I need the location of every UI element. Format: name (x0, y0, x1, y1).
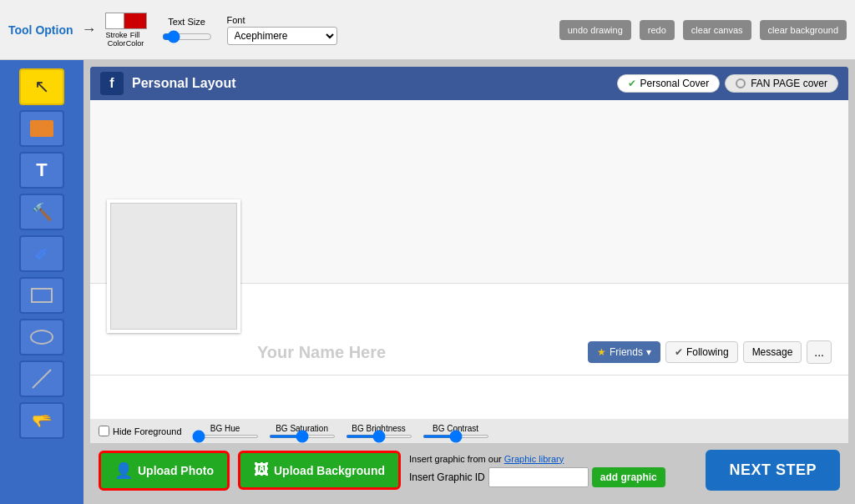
personal-cover-tab[interactable]: ✔ Personal Cover (617, 74, 720, 93)
check-icon: ✔ (628, 78, 636, 89)
bg-saturation-slider[interactable] (269, 435, 336, 438)
following-button[interactable]: ✔ Following (665, 341, 738, 363)
clear-background-button[interactable]: clear background (760, 20, 847, 40)
content-area: f Personal Layout ✔ Personal Cover FAN P… (83, 60, 855, 504)
hammer-tool-button[interactable]: 🔨 (19, 194, 64, 230)
person-icon: 👤 (114, 461, 133, 480)
graphic-library-link[interactable]: Graphic library (504, 454, 564, 464)
profile-photo-area (107, 199, 240, 333)
fb-canvas[interactable]: Your Name Here ★ Friends ▾ ✔ Following M (90, 100, 848, 419)
fill-label: FillColor (126, 31, 144, 48)
undo-drawing-button[interactable]: undo drawing (559, 20, 631, 40)
action-buttons: ★ Friends ▾ ✔ Following Message ... (588, 340, 832, 364)
toolbar: Tool Option → StrokeColor FillColor Text… (0, 0, 855, 60)
message-button[interactable]: Message (743, 341, 802, 363)
bg-brightness-group: BG Brightness (346, 424, 412, 438)
rect-tool-button[interactable] (19, 277, 64, 314)
text-size-group: Text Size (162, 17, 212, 43)
graphic-id-input[interactable] (488, 467, 589, 487)
text-size-slider[interactable] (162, 30, 212, 43)
tool-option-label: Tool Option (8, 23, 73, 38)
pen-tool-button[interactable]: ✏ (19, 235, 64, 272)
hide-foreground-checkbox[interactable] (99, 426, 109, 436)
graphic-insert-row: Insert Graphic ID add graphic (409, 467, 665, 487)
profile-name-placeholder: Your Name Here (257, 343, 588, 362)
fb-header: f Personal Layout ✔ Personal Cover FAN P… (90, 67, 848, 100)
upload-background-button[interactable]: 🖼 Upload Background (238, 451, 401, 490)
stroke-color-group: StrokeColor FillColor (105, 13, 147, 48)
fill-color-swatch[interactable] (124, 13, 147, 29)
bg-brightness-slider[interactable] (346, 435, 412, 438)
friends-button[interactable]: ★ Friends ▾ (588, 341, 660, 363)
profile-photo-inner (110, 203, 237, 330)
main-area: ↖ T 🔨 ✏ 🫳 f Person (0, 60, 855, 504)
text-size-label: Text Size (168, 17, 205, 27)
bg-hue-slider[interactable] (192, 435, 259, 438)
svg-line-0 (33, 370, 51, 388)
personal-cover-label: Personal Cover (640, 78, 709, 89)
chevron-down-icon: ▾ (646, 346, 651, 358)
bg-contrast-slider[interactable] (422, 435, 489, 438)
cover-tabs: ✔ Personal Cover FAN PAGE cover (617, 74, 838, 93)
font-group: Font Acephimere Arial Times New Roman Ve… (227, 15, 337, 45)
text-tool-button[interactable]: T (19, 152, 64, 189)
check-following-icon: ✔ (675, 346, 683, 358)
ellipse-tool-button[interactable] (19, 319, 64, 355)
star-icon: ★ (597, 346, 606, 358)
fb-panel-title: Personal Layout (132, 76, 609, 91)
clear-canvas-button[interactable]: clear canvas (683, 20, 751, 40)
fill-tool-button[interactable]: 🫳 (19, 402, 64, 439)
line-tool-button[interactable] (19, 360, 64, 397)
eraser-tool-button[interactable] (19, 110, 64, 147)
add-graphic-button[interactable]: add graphic (592, 467, 665, 487)
fb-logo-icon: f (100, 72, 124, 95)
bg-contrast-group: BG Contrast (422, 424, 489, 438)
more-button[interactable]: ... (807, 340, 832, 364)
radio-icon (736, 78, 746, 88)
bg-hue-group: BG Hue (192, 424, 259, 438)
fanpage-cover-tab[interactable]: FAN PAGE cover (725, 74, 838, 93)
next-step-button[interactable]: NEXT STEP (706, 450, 840, 491)
select-tool-button[interactable]: ↖ (19, 68, 64, 105)
redo-button[interactable]: redo (640, 20, 675, 40)
font-label: Font (227, 15, 337, 25)
bottom-controls: Hide Foreground BG Hue BG Saturation BG … (90, 419, 848, 443)
arrow-icon: → (82, 21, 97, 38)
sidebar: ↖ T 🔨 ✏ 🫳 (0, 60, 83, 504)
hide-foreground-label[interactable]: Hide Foreground (99, 426, 182, 436)
image-icon: 🖼 (254, 461, 269, 479)
font-select[interactable]: Acephimere Arial Times New Roman Verdana (227, 27, 337, 45)
name-actions-row: Your Name Here ★ Friends ▾ ✔ Following M (90, 330, 848, 375)
fb-panel: f Personal Layout ✔ Personal Cover FAN P… (90, 67, 848, 419)
cover-photo-area (90, 100, 848, 284)
action-row: 👤 Upload Photo 🖼 Upload Background Inser… (90, 443, 848, 497)
fanpage-cover-label: FAN PAGE cover (751, 78, 827, 89)
upload-photo-button[interactable]: 👤 Upload Photo (99, 451, 230, 491)
insert-graphic-text: Insert graphic from our Graphic library (409, 454, 665, 464)
graphic-library-group: Insert graphic from our Graphic library … (409, 454, 665, 487)
bg-saturation-group: BG Saturation (269, 424, 336, 438)
